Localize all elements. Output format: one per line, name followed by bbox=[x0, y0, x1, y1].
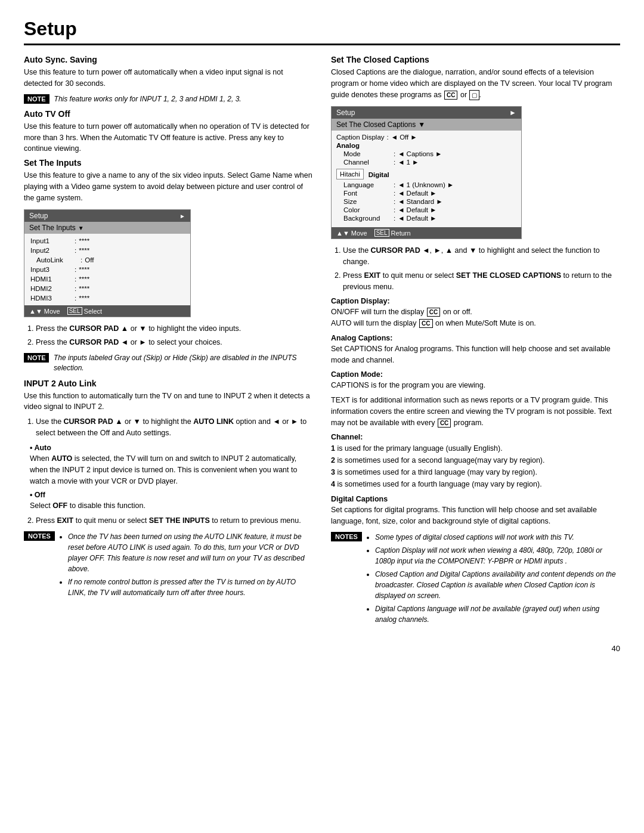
note-label: NOTE bbox=[24, 94, 49, 104]
instruction-item: Press EXIT to quit menu or select SET TH… bbox=[343, 270, 620, 293]
notes-text: Once the TV has been turned on using the… bbox=[60, 531, 313, 600]
notes-item: If no remote control button is pressed a… bbox=[68, 577, 313, 598]
arrow-left-icon: ◄ bbox=[398, 190, 404, 197]
list-item: AutoWhen AUTO is selected, the TV will t… bbox=[30, 442, 313, 487]
menu-row: HDMI3 : **** bbox=[24, 293, 190, 303]
analog-captions-title: Analog Captions: bbox=[331, 334, 620, 342]
text-caption-text: TEXT is for additional information such … bbox=[331, 395, 620, 428]
menu-footer-select: SEL Select bbox=[67, 307, 102, 315]
arrow-left-icon: ◄ bbox=[398, 215, 404, 222]
menu-row: HDMI1 : **** bbox=[24, 274, 190, 284]
sel-icon: SEL bbox=[374, 229, 389, 237]
notes-label: NOTES bbox=[24, 531, 55, 541]
language-value: ◄ 1 (Unknown) ► bbox=[398, 181, 454, 188]
right-footer-move: ▲▼ Move bbox=[336, 229, 367, 237]
right-column: Set The Closed Captions Closed Captions … bbox=[331, 55, 620, 632]
arrow-right-icon: ► bbox=[430, 190, 436, 197]
chevron-down-icon: ▼ bbox=[78, 225, 84, 231]
menu-selected-row: Set The Inputs ▼ bbox=[24, 222, 190, 234]
input2-instructions: Use the CURSOR PAD ▲ or ▼ to highlight t… bbox=[24, 416, 313, 439]
digital-color-row: Color : ◄ Default ► bbox=[336, 206, 516, 214]
menu-header-arrow: ► bbox=[179, 213, 185, 219]
page-number: 40 bbox=[24, 644, 620, 653]
notes-item: Digital Captions language will not be av… bbox=[375, 603, 620, 625]
square-icon: ▢ bbox=[469, 90, 479, 100]
menu-row-label: Input1 bbox=[30, 237, 72, 244]
menu-row-label: HDMI1 bbox=[30, 275, 72, 283]
arrow-right-icon: ► bbox=[410, 134, 417, 141]
auto-tv-body: Use this feature to turn power off autom… bbox=[24, 121, 313, 154]
caption-display-title: Caption Display: bbox=[331, 297, 620, 305]
color-value: ◄ Default ► bbox=[398, 206, 436, 213]
set-inputs-instructions: Press the CURSOR PAD ▲ or ▼ to highlight… bbox=[24, 323, 313, 348]
digital-size-row: Size : ◄ Standard ► bbox=[336, 197, 516, 206]
set-inputs-menu: Setup ► Set The Inputs ▼ Input1 : **** I… bbox=[24, 209, 191, 317]
input2-bullets: AutoWhen AUTO is selected, the TV will t… bbox=[24, 442, 313, 512]
digital-font-row: Font : ◄ Default ► bbox=[336, 189, 516, 197]
menu-row-autolink: AutoLink : Off bbox=[24, 255, 190, 265]
input2-instructions2: Press EXIT to quit menu or select SET TH… bbox=[24, 515, 313, 527]
arrow-left-icon: ◄ bbox=[398, 206, 404, 213]
arrow-left-icon: ◄ bbox=[398, 159, 404, 166]
cc-badge: CC bbox=[427, 308, 440, 317]
auto-tv-title: Auto TV Off bbox=[24, 109, 313, 119]
note-text: This feature works only for INPUT 1, 2, … bbox=[54, 94, 242, 104]
notes-item: Closed Caption and Digital Captions avai… bbox=[375, 569, 620, 601]
auto-tv-section: Auto TV Off Use this feature to turn pow… bbox=[24, 109, 313, 154]
menu-footer: ▲▼ Move SEL Select bbox=[24, 305, 190, 317]
closed-captions-instructions: Use the CURSOR PAD ◄, ►, ▲ and ▼ to high… bbox=[331, 245, 620, 292]
set-inputs-body: Use this feature to give a name to any o… bbox=[24, 170, 313, 203]
instruction-item: Use the CURSOR PAD ◄, ►, ▲ and ▼ to high… bbox=[343, 245, 620, 268]
digital-header: Hitachi Digital bbox=[336, 169, 516, 181]
menu-row: Input1 : **** bbox=[24, 236, 190, 246]
analog-group-label: Analog bbox=[336, 142, 360, 149]
digital-captions-notes: NOTES Some types of digital closed capti… bbox=[331, 532, 620, 627]
closed-captions-section: Set The Closed Captions Closed Captions … bbox=[331, 55, 620, 292]
note-text: The inputs labeled Gray out (Skip) or Hi… bbox=[54, 353, 313, 374]
arrow-right-icon: ► bbox=[447, 181, 454, 188]
digital-background-row: Background : ◄ Default ► bbox=[336, 214, 516, 222]
digital-captions-section: Digital Captions Set captions for digita… bbox=[331, 495, 620, 627]
menu-row-value: **** bbox=[79, 295, 89, 302]
mode-label: Mode bbox=[343, 150, 391, 157]
right-menu-header-arrow: ► bbox=[509, 109, 516, 117]
menu-row: HDMI2 : **** bbox=[24, 284, 190, 293]
menu-row-value: Off bbox=[85, 256, 94, 264]
menu-row-label: Input3 bbox=[30, 266, 72, 273]
menu-row-label: HDMI3 bbox=[30, 295, 72, 302]
analog-channel-row: Channel : ◄ 1 ► bbox=[336, 158, 516, 166]
notes-label: NOTES bbox=[331, 532, 362, 541]
left-column: Auto Sync. Saving Use this feature to tu… bbox=[24, 55, 313, 632]
auto-sync-title: Auto Sync. Saving bbox=[24, 55, 313, 64]
arrow-left-icon: ◄ bbox=[398, 198, 404, 205]
analog-label-row: Analog bbox=[336, 141, 516, 150]
auto-sync-body: Use this feature to turn power off autom… bbox=[24, 67, 313, 89]
right-footer-return: SEL Return bbox=[374, 229, 411, 237]
analog-mode-row: Mode : ◄ Captions ► bbox=[336, 150, 516, 158]
right-menu-selected-label: Set The Closed Captions bbox=[336, 120, 416, 129]
hitachi-badge: Hitachi bbox=[336, 169, 364, 179]
list-item: OffSelect OFF to disable this function. bbox=[30, 490, 313, 512]
set-inputs-title: Set The Inputs bbox=[24, 158, 313, 168]
set-inputs-note2: NOTE The inputs labeled Gray out (Skip) … bbox=[24, 353, 313, 374]
mode-value: ◄ Captions ► bbox=[398, 150, 442, 157]
right-menu-selected: Set The Closed Captions ▼ bbox=[332, 119, 521, 131]
input2-autolink-body: Use this function to automatically turn … bbox=[24, 391, 313, 413]
channel-label: Channel bbox=[343, 159, 391, 166]
font-value: ◄ Default ► bbox=[398, 190, 436, 197]
language-label: Language bbox=[343, 181, 391, 188]
menu-row-value: **** bbox=[79, 275, 89, 283]
caption-display-body: ON/OFF will turn the display CC on or of… bbox=[331, 306, 620, 329]
set-inputs-section: Set The Inputs Use this feature to give … bbox=[24, 158, 313, 374]
caption-display-label: Caption Display bbox=[336, 134, 385, 141]
size-value: ◄ Standard ► bbox=[398, 198, 442, 205]
menu-row-value: **** bbox=[79, 266, 89, 273]
auto-sync-note: NOTE This feature works only for INPUT 1… bbox=[24, 94, 313, 104]
arrow-right-icon: ► bbox=[412, 159, 419, 166]
analog-group: Analog Mode : ◄ Captions ► C bbox=[336, 141, 516, 166]
menu-row-value: **** bbox=[79, 237, 89, 244]
instruction-item: Press the CURSOR PAD ◄ or ► to select yo… bbox=[36, 337, 313, 348]
move-icon: ▲▼ bbox=[336, 230, 349, 237]
menu-footer-move-label: Move bbox=[44, 308, 60, 315]
menu-row: Input3 : **** bbox=[24, 265, 190, 274]
